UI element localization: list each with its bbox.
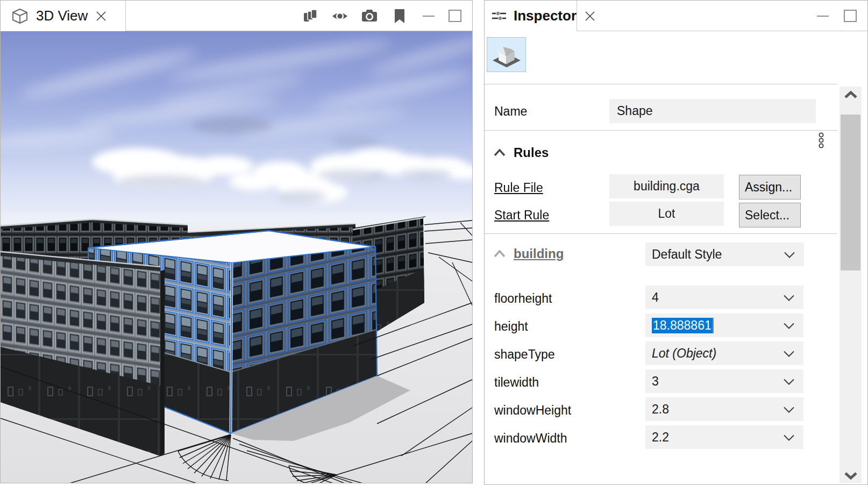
attr-label-floorheight: floorheight [494,291,552,306]
inspector-panel: Inspector Name [484,0,868,485]
rule-file-field[interactable]: building.cga [609,174,724,198]
lot-shape-house-icon[interactable] [487,37,526,72]
tab-inspector[interactable]: Inspector [485,1,577,31]
attr-dropdown-shapeType[interactable]: Lot (Object) [645,341,803,365]
building-section-header[interactable]: building [493,246,564,261]
separator [485,84,837,84]
sliders-icon [491,8,507,24]
close-icon[interactable] [584,10,596,22]
height-selected-value: 18.888861 [652,318,714,333]
separator [485,233,837,234]
building-title: building [514,246,564,261]
layers-stack-icon[interactable] [302,1,319,31]
start-rule-link[interactable]: Start Rule [494,208,549,223]
chevron-down-icon [783,374,795,389]
start-rule-value: Lot [658,206,675,221]
attr-dropdown-windowHeight[interactable]: 2.8 [645,397,803,421]
assign-button[interactable]: Assign... [739,175,801,199]
name-field[interactable]: Shape [609,99,816,123]
separator [485,130,837,131]
style-value: Default Style [652,247,722,262]
bookmark-icon[interactable] [392,1,407,31]
name-value: Shape [617,104,653,118]
scroll-down-arrow-icon[interactable] [839,467,862,483]
attr-dropdown-height[interactable]: 18.888861 [645,313,803,337]
view3d-panel: 3D View [0,0,473,483]
chevron-up-icon [493,148,506,157]
attr-label-tilewidth: tilewidth [494,375,539,390]
minimize-button[interactable] [423,1,435,31]
chevron-down-icon [783,290,795,305]
cityengine-window: 3D View [0,0,868,485]
tab-3d-view-label: 3D View [36,8,88,24]
chevron-down-icon [783,402,795,417]
sky [1,31,472,224]
snapshot-camera-icon[interactable] [360,1,379,31]
select-button[interactable]: Select... [739,203,801,227]
chevron-down-icon [783,318,795,333]
minimize-button[interactable] [817,1,829,31]
maximize-button[interactable] [844,1,857,31]
kebab-menu-icon[interactable] [818,132,824,153]
name-label: Name [494,104,527,119]
attr-label-shapeType: shapeType [494,347,555,362]
attr-dropdown-tilewidth[interactable]: 3 [645,369,803,393]
inspector-tabbar: Inspector [485,1,867,31]
view3d-tabbar: 3D View [1,1,472,31]
attr-label-height: height [494,319,528,334]
rules-section-header[interactable]: Rules [493,145,549,160]
attr-dropdown-windowWidth[interactable]: 2.2 [645,425,803,449]
close-icon[interactable] [95,10,107,22]
chevron-down-icon [783,346,795,361]
cube-icon [11,8,29,25]
tab-inspector-label: Inspector [514,8,577,24]
chevron-down-icon [783,430,795,445]
start-rule-field[interactable]: Lot [609,202,724,226]
rule-file-link[interactable]: Rule File [494,181,543,195]
maximize-button[interactable] [449,1,461,31]
visibility-eye-icon[interactable] [331,1,349,31]
style-dropdown[interactable]: Default Style [645,242,804,266]
rule-file-value: building.cga [634,179,700,194]
rules-title: Rules [514,145,549,160]
3d-viewport[interactable] [1,31,472,483]
attr-label-windowWidth: windowWidth [494,431,567,446]
attr-dropdown-floorheight[interactable]: 4 [645,286,803,309]
inspector-body: Name Shape Rules Rule File building.cga … [485,31,867,484]
inspector-scrollbar[interactable] [839,87,862,483]
scrollbar-thumb[interactable] [841,115,860,270]
attr-label-windowHeight: windowHeight [494,403,571,418]
tab-3d-view[interactable]: 3D View [1,1,126,31]
scroll-up-arrow-icon[interactable] [839,87,862,103]
chevron-down-icon [784,247,795,262]
chevron-up-icon [493,249,506,258]
